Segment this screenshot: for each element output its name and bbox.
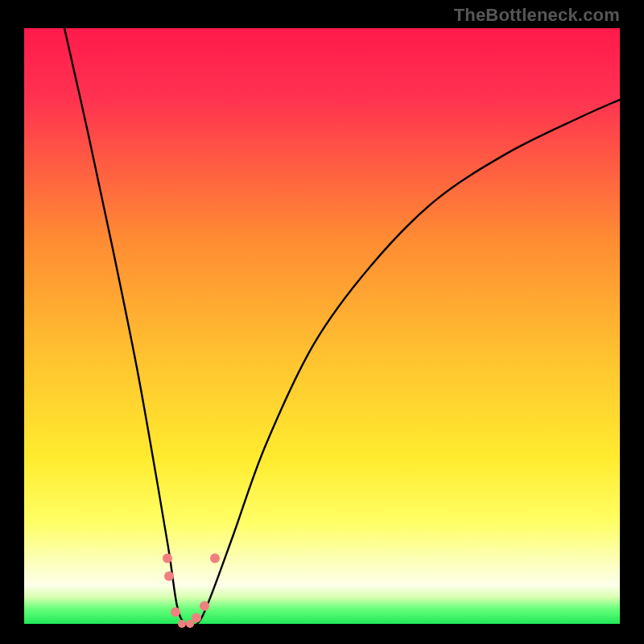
bottleneck-curve: [64, 28, 620, 626]
marker-dot: [200, 601, 209, 611]
chart-frame: [24, 28, 620, 624]
marker-dot: [163, 554, 172, 564]
chart-curve-layer: [24, 28, 620, 624]
marker-dot: [210, 554, 220, 564]
marker-dot: [171, 607, 180, 617]
watermark-text: TheBottleneck.com: [454, 5, 620, 26]
marker-dot: [178, 620, 186, 628]
marker-dot: [164, 572, 174, 581]
marker-dot: [192, 613, 201, 623]
